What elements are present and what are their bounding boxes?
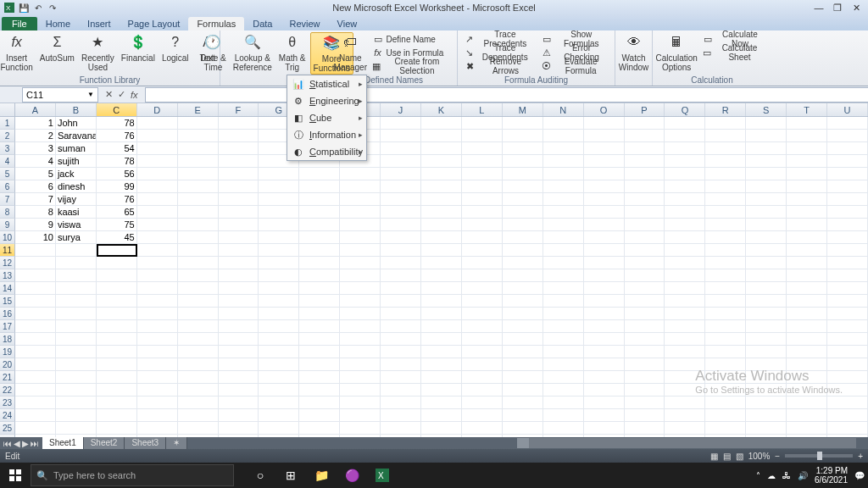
- cell-L4[interactable]: [462, 155, 503, 168]
- cell-L10[interactable]: [462, 231, 503, 244]
- cell-A3[interactable]: 3: [15, 142, 56, 155]
- cell-N12[interactable]: [543, 257, 584, 269]
- cell-T1[interactable]: [787, 117, 827, 130]
- cell-H17[interactable]: [299, 320, 340, 333]
- cell-B13[interactable]: [56, 269, 97, 282]
- cell-F22[interactable]: [219, 384, 259, 396]
- cell-F21[interactable]: [219, 371, 259, 384]
- cell-D11[interactable]: [137, 244, 178, 257]
- cell-I6[interactable]: [340, 180, 381, 193]
- cell-E22[interactable]: [178, 384, 219, 396]
- cell-A22[interactable]: [15, 384, 56, 396]
- cell-L14[interactable]: [462, 282, 503, 295]
- cell-I12[interactable]: [340, 257, 381, 269]
- cell-B24[interactable]: [56, 409, 97, 422]
- cell-I10[interactable]: [340, 231, 381, 244]
- cell-M10[interactable]: [503, 231, 543, 244]
- cell-I15[interactable]: [340, 295, 381, 308]
- cell-A8[interactable]: 8: [15, 206, 56, 219]
- cell-K5[interactable]: [421, 168, 462, 180]
- cell-E17[interactable]: [178, 320, 219, 333]
- cell-O22[interactable]: [584, 384, 625, 396]
- row-header-20[interactable]: 20: [0, 358, 15, 371]
- math-trig-button[interactable]: θMath & Trig: [276, 32, 309, 73]
- cell-N11[interactable]: [543, 244, 584, 257]
- cell-I22[interactable]: [340, 384, 381, 396]
- enter-formula-icon[interactable]: ✓: [118, 89, 125, 100]
- cell-L20[interactable]: [462, 358, 503, 371]
- cell-B23[interactable]: [56, 396, 97, 409]
- cell-H16[interactable]: [299, 308, 340, 320]
- cell-S8[interactable]: [746, 206, 787, 219]
- cell-D14[interactable]: [137, 282, 178, 295]
- cell-I11[interactable]: [340, 244, 381, 257]
- cell-E14[interactable]: [178, 282, 219, 295]
- cell-K14[interactable]: [421, 282, 462, 295]
- cell-C25[interactable]: [97, 422, 137, 435]
- cell-B19[interactable]: [56, 346, 97, 358]
- row-header-2[interactable]: 2: [0, 130, 15, 142]
- financial-button[interactable]: 💲Financial: [119, 32, 158, 64]
- cell-J22[interactable]: [381, 384, 421, 396]
- cell-S18[interactable]: [746, 333, 787, 346]
- row-header-6[interactable]: 6: [0, 180, 15, 193]
- cell-F16[interactable]: [219, 308, 259, 320]
- cell-O3[interactable]: [584, 142, 625, 155]
- taskbar-search[interactable]: 🔍 Type here to search: [31, 464, 234, 486]
- excel-taskbar-icon[interactable]: X: [373, 466, 392, 485]
- cell-E4[interactable]: [178, 155, 219, 168]
- cell-D10[interactable]: [137, 231, 178, 244]
- cell-M15[interactable]: [503, 295, 543, 308]
- cell-O11[interactable]: [584, 244, 625, 257]
- cell-J19[interactable]: [381, 346, 421, 358]
- cell-C16[interactable]: [97, 308, 137, 320]
- cell-U20[interactable]: [827, 358, 868, 371]
- cell-U24[interactable]: [827, 409, 868, 422]
- cell-R17[interactable]: [705, 320, 746, 333]
- cell-E3[interactable]: [178, 142, 219, 155]
- cell-K23[interactable]: [421, 396, 462, 409]
- cell-Q15[interactable]: [665, 295, 705, 308]
- cell-M7[interactable]: [503, 193, 543, 206]
- cell-N10[interactable]: [543, 231, 584, 244]
- row-header-19[interactable]: 19: [0, 346, 15, 358]
- cell-P15[interactable]: [625, 295, 665, 308]
- cell-U10[interactable]: [827, 231, 868, 244]
- cell-R15[interactable]: [705, 295, 746, 308]
- cell-J13[interactable]: [381, 269, 421, 282]
- cell-T20[interactable]: [787, 358, 827, 371]
- cell-F2[interactable]: [219, 130, 259, 142]
- recently-used-button[interactable]: ★Recently Used: [79, 32, 117, 73]
- cell-K16[interactable]: [421, 308, 462, 320]
- cell-G15[interactable]: [259, 295, 299, 308]
- cell-B5[interactable]: jack: [56, 168, 97, 180]
- cell-J12[interactable]: [381, 257, 421, 269]
- row-header-5[interactable]: 5: [0, 168, 15, 180]
- cell-T8[interactable]: [787, 206, 827, 219]
- cell-F1[interactable]: [219, 117, 259, 130]
- cell-D3[interactable]: [137, 142, 178, 155]
- cell-C15[interactable]: [97, 295, 137, 308]
- cell-H10[interactable]: [299, 231, 340, 244]
- cell-B20[interactable]: [56, 358, 97, 371]
- cell-G19[interactable]: [259, 346, 299, 358]
- cell-U13[interactable]: [827, 269, 868, 282]
- cell-F5[interactable]: [219, 168, 259, 180]
- zoom-in-icon[interactable]: +: [858, 452, 863, 461]
- cell-D4[interactable]: [137, 155, 178, 168]
- cell-Q16[interactable]: [665, 308, 705, 320]
- close-button[interactable]: ✕: [848, 2, 865, 14]
- column-header-P[interactable]: P: [625, 103, 665, 116]
- cell-G7[interactable]: [259, 193, 299, 206]
- cell-N24[interactable]: [543, 409, 584, 422]
- cell-N23[interactable]: [543, 396, 584, 409]
- cell-Q4[interactable]: [665, 155, 705, 168]
- cell-B16[interactable]: [56, 308, 97, 320]
- cell-N3[interactable]: [543, 142, 584, 155]
- cell-T19[interactable]: [787, 346, 827, 358]
- column-header-U[interactable]: U: [827, 103, 868, 116]
- cell-P22[interactable]: [625, 384, 665, 396]
- cell-T4[interactable]: [787, 155, 827, 168]
- cell-F24[interactable]: [219, 409, 259, 422]
- cell-Q19[interactable]: [665, 346, 705, 358]
